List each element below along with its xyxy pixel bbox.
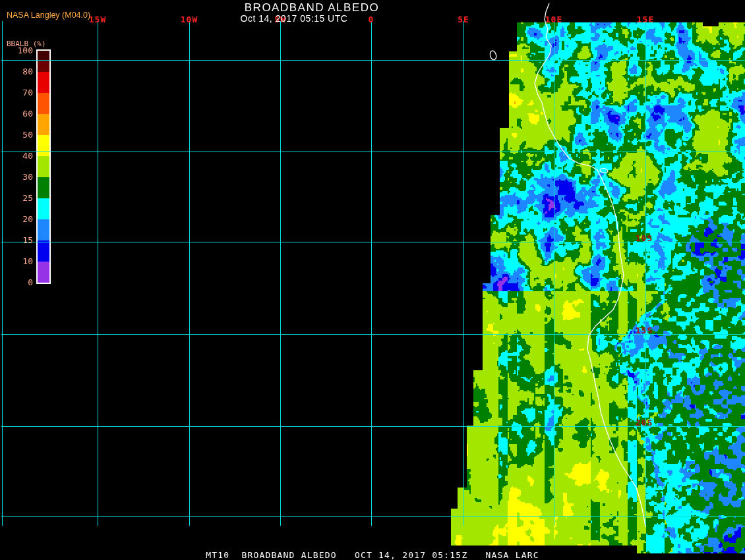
colorbar-tick-25: 25 [3,194,33,203]
albedo-plot: NASA Langley (M04.0) BROADBAND ALBEDO Oc… [0,0,745,560]
colorbar-tick-20: 20 [3,215,33,224]
source-label: NASA Langley (M04.0) [7,11,90,20]
footer-caption: MT10 BROADBAND ALBEDO OCT 14, 2017 05:15… [206,550,539,560]
colorbar-tick-labels: 100807060504030252015100 [0,0,745,560]
colorbar-tick-70: 70 [3,88,33,98]
plot-datetime: Oct 14, 2017 05:15 UTC [241,13,348,24]
colorbar-tick-10: 10 [3,257,33,266]
colorbar-tick-60: 60 [3,109,33,119]
colorbar-tick-0: 0 [3,278,33,287]
colorbar-tick-100: 100 [3,46,33,55]
colorbar-tick-40: 40 [3,152,33,161]
colorbar-tick-80: 80 [3,67,33,76]
colorbar-tick-30: 30 [3,173,33,182]
plot-title: BROADBAND ALBEDO [245,1,379,14]
colorbar-tick-50: 50 [3,130,33,140]
colorbar-tick-15: 15 [3,236,33,245]
